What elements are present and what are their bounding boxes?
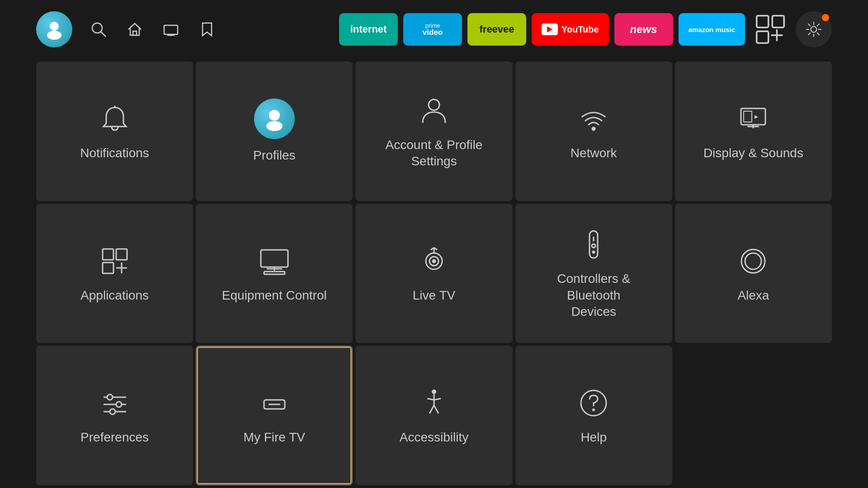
svg-line-3 xyxy=(101,32,106,37)
svg-point-16 xyxy=(266,121,283,131)
display-sounds-label: Display & Sounds xyxy=(703,145,803,161)
app-amazon-music-btn[interactable]: amazon music xyxy=(679,13,745,46)
svg-point-15 xyxy=(269,110,280,121)
person-icon xyxy=(416,93,452,129)
alexa-tile[interactable]: Alexa xyxy=(675,204,832,343)
svg-point-2 xyxy=(92,23,102,33)
antenna-icon xyxy=(416,243,452,279)
account-profile-settings-label: Account & Profile Settings xyxy=(384,137,484,170)
help-label: Help xyxy=(580,429,607,446)
tv-icon[interactable] xyxy=(161,19,181,39)
nav-left xyxy=(36,11,217,47)
search-icon[interactable] xyxy=(89,19,108,39)
bookmark-icon[interactable] xyxy=(197,19,217,39)
svg-rect-10 xyxy=(757,31,769,43)
svg-rect-4 xyxy=(133,31,137,35)
home-icon[interactable] xyxy=(125,19,145,39)
display-sounds-tile[interactable]: Display & Sounds xyxy=(675,61,832,201)
live-tv-label: Live TV xyxy=(413,287,455,304)
svg-rect-22 xyxy=(744,111,752,122)
display-icon xyxy=(735,101,771,137)
notifications-tile[interactable]: Notifications xyxy=(36,61,193,201)
firetv-icon xyxy=(256,385,292,421)
app-youtube-btn[interactable]: YouTube xyxy=(532,13,609,46)
my-fire-tv-tile[interactable]: My Fire TV xyxy=(196,346,353,485)
accessibility-tile[interactable]: Accessibility xyxy=(355,346,512,485)
svg-point-18 xyxy=(592,127,595,130)
my-fire-tv-label: My Fire TV xyxy=(244,429,305,446)
app-internet-btn[interactable]: internet xyxy=(339,13,398,46)
bell-icon xyxy=(97,101,133,137)
user-avatar[interactable] xyxy=(36,11,72,47)
svg-point-45 xyxy=(593,251,594,253)
svg-rect-8 xyxy=(757,16,769,28)
nav-right xyxy=(754,11,832,47)
profiles-tile[interactable]: Profiles xyxy=(196,61,353,201)
wifi-icon xyxy=(576,101,612,137)
help-tile[interactable]: Help xyxy=(515,346,672,485)
sliders-icon xyxy=(97,385,133,421)
svg-point-13 xyxy=(811,27,817,33)
grid-plus-icon[interactable] xyxy=(754,13,787,46)
svg-point-53 xyxy=(110,409,115,414)
preferences-label: Preferences xyxy=(80,429,149,446)
svg-point-17 xyxy=(429,99,439,110)
svg-point-44 xyxy=(592,244,595,248)
notifications-label: Notifications xyxy=(80,145,149,161)
account-profile-settings-tile[interactable]: Account & Profile Settings xyxy=(355,61,512,201)
app-news-btn[interactable]: news xyxy=(614,13,673,46)
svg-point-38 xyxy=(433,260,435,263)
svg-point-1 xyxy=(47,31,61,40)
alexa-icon xyxy=(735,243,771,279)
profiles-label: Profiles xyxy=(253,147,295,164)
profiles-avatar-icon xyxy=(254,99,295,139)
settings-grid: Notifications Profiles Account & Profile… xyxy=(0,59,868,488)
svg-rect-25 xyxy=(103,263,113,273)
svg-point-49 xyxy=(107,394,113,400)
svg-rect-5 xyxy=(164,25,178,34)
alexa-label: Alexa xyxy=(737,287,769,304)
equipment-control-tile[interactable]: Equipment Control xyxy=(196,204,353,343)
svg-rect-24 xyxy=(116,249,127,260)
svg-rect-28 xyxy=(261,250,288,267)
svg-point-0 xyxy=(50,22,59,31)
svg-point-47 xyxy=(745,253,761,269)
settings-notification-dot xyxy=(822,14,829,21)
svg-rect-9 xyxy=(772,16,784,28)
preferences-tile[interactable]: Preferences xyxy=(36,346,193,485)
tv-monitor-icon xyxy=(256,243,292,279)
svg-point-51 xyxy=(116,402,122,407)
applications-tile[interactable]: Applications xyxy=(36,204,193,343)
network-label: Network xyxy=(571,145,617,161)
settings-button[interactable] xyxy=(796,11,832,47)
top-nav: internet prime video freevee YouTube new… xyxy=(0,0,868,59)
app-prime-btn[interactable]: prime video xyxy=(403,13,462,46)
controllers-bluetooth-label: Controllers & Bluetooth Devices xyxy=(544,271,643,320)
accessibility-label: Accessibility xyxy=(400,429,468,446)
live-tv-tile[interactable]: Live TV xyxy=(355,204,512,343)
equipment-control-label: Equipment Control xyxy=(222,287,327,304)
accessibility-icon xyxy=(416,385,452,421)
network-tile[interactable]: Network xyxy=(515,61,672,201)
svg-rect-23 xyxy=(103,249,113,260)
applications-label: Applications xyxy=(80,287,149,304)
remote-icon xyxy=(576,226,612,263)
app-freevee-btn[interactable]: freevee xyxy=(467,13,526,46)
svg-point-59 xyxy=(592,408,595,411)
controllers-bluetooth-tile[interactable]: Controllers & Bluetooth Devices xyxy=(515,204,672,343)
help-icon xyxy=(576,385,612,421)
nav-apps: internet prime video freevee YouTube new… xyxy=(339,13,745,46)
svg-point-56 xyxy=(432,389,436,394)
apps-icon xyxy=(97,243,133,279)
